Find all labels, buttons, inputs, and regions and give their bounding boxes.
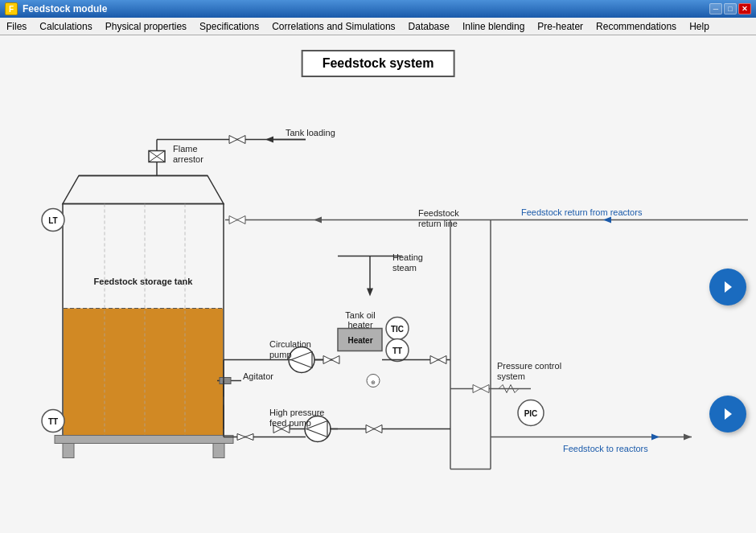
svg-marker-28 — [237, 136, 245, 144]
minimize-button[interactable]: ─ — [709, 3, 722, 14]
svg-text:steam: steam — [392, 263, 417, 273]
svg-marker-31 — [229, 216, 237, 224]
menu-specifications[interactable]: Specifications — [193, 18, 265, 35]
svg-marker-54 — [430, 356, 438, 364]
menu-help[interactable]: Help — [683, 18, 716, 35]
svg-marker-52 — [323, 356, 331, 364]
menu-correlations-simulations[interactable]: Correlations and Simulations — [265, 18, 401, 35]
svg-text:Heating: Heating — [392, 252, 423, 262]
svg-marker-93 — [684, 434, 692, 441]
app-icon: F — [5, 2, 18, 15]
svg-marker-32 — [237, 216, 245, 224]
svg-marker-23 — [265, 137, 273, 143]
svg-marker-39 — [367, 289, 373, 297]
svg-text:Feedstock: Feedstock — [418, 208, 459, 218]
svg-marker-82 — [481, 385, 489, 393]
svg-text:High pressure: High pressure — [269, 408, 324, 417]
menu-recommendations[interactable]: Recommendations — [590, 18, 683, 35]
svg-text:Feedstock to reactors: Feedstock to reactors — [563, 444, 648, 453]
menu-pre-heater[interactable]: Pre-heater — [531, 18, 590, 35]
svg-marker-75 — [366, 425, 374, 433]
svg-marker-1 — [63, 176, 224, 204]
svg-text:TT: TT — [392, 346, 402, 355]
window-title: Feedstock module — [23, 3, 709, 14]
svg-text:Flame: Flame — [173, 144, 198, 154]
svg-text:Agitator: Agitator — [243, 371, 273, 381]
menu-bar: Files Calculations Physical properties S… — [0, 18, 756, 35]
svg-marker-53 — [331, 356, 339, 364]
svg-text:arrestor: arrestor — [173, 154, 203, 164]
svg-marker-76 — [374, 425, 382, 433]
svg-text:Circulation: Circulation — [269, 339, 311, 349]
svg-text:Pressure control: Pressure control — [497, 361, 561, 371]
svg-text:heater: heater — [347, 320, 373, 330]
arrow-right-icon — [718, 277, 738, 297]
svg-text:LT: LT — [48, 216, 57, 225]
svg-marker-27 — [229, 136, 237, 144]
svg-text:return line: return line — [418, 219, 458, 228]
svg-rect-8 — [55, 436, 233, 444]
maximize-button[interactable]: □ — [724, 3, 737, 14]
menu-inline-blending[interactable]: Inline blending — [456, 18, 531, 35]
svg-text:system: system — [497, 371, 525, 381]
svg-text:feed pump: feed pump — [269, 418, 311, 428]
window-controls: ─ □ ✕ — [709, 3, 751, 14]
svg-marker-101 — [245, 434, 253, 441]
svg-marker-30 — [314, 217, 322, 223]
svg-point-56 — [289, 347, 314, 373]
process-diagram: Feedstock storage tank LT TT Flame arres… — [0, 35, 756, 533]
svg-text:Tank oil: Tank oil — [345, 310, 375, 320]
svg-text:PIC: PIC — [524, 409, 538, 418]
menu-database[interactable]: Database — [402, 18, 456, 35]
svg-rect-3 — [64, 309, 223, 437]
svg-rect-9 — [63, 444, 74, 458]
svg-text:Tank loading: Tank loading — [286, 128, 335, 137]
svg-text:⊕: ⊕ — [371, 379, 376, 385]
svg-text:Feedstock return from reactors: Feedstock return from reactors — [521, 207, 643, 217]
svg-text:Feedstock storage tank: Feedstock storage tank — [94, 277, 194, 286]
menu-calculations[interactable]: Calculations — [33, 18, 98, 35]
title-bar: F Feedstock module ─ □ ✕ — [0, 0, 756, 18]
main-content: Feedstock system Feedstock storage tank … — [0, 35, 756, 533]
svg-text:TIC: TIC — [391, 325, 404, 334]
menu-files[interactable]: Files — [0, 18, 33, 35]
svg-marker-55 — [438, 356, 446, 364]
arrow-right-icon-2 — [718, 404, 738, 424]
svg-marker-95 — [651, 434, 659, 441]
nav-arrow-bottom[interactable] — [709, 396, 746, 433]
nav-arrow-top[interactable] — [709, 269, 746, 305]
svg-rect-63 — [220, 378, 231, 384]
svg-marker-36 — [603, 217, 611, 223]
menu-physical-properties[interactable]: Physical properties — [99, 18, 193, 35]
svg-marker-100 — [237, 434, 245, 441]
svg-text:pump: pump — [269, 350, 292, 359]
svg-marker-81 — [473, 385, 481, 393]
svg-rect-10 — [213, 444, 224, 458]
svg-text:Heater: Heater — [347, 336, 372, 345]
close-button[interactable]: ✕ — [738, 3, 751, 14]
svg-text:TT: TT — [48, 417, 58, 426]
